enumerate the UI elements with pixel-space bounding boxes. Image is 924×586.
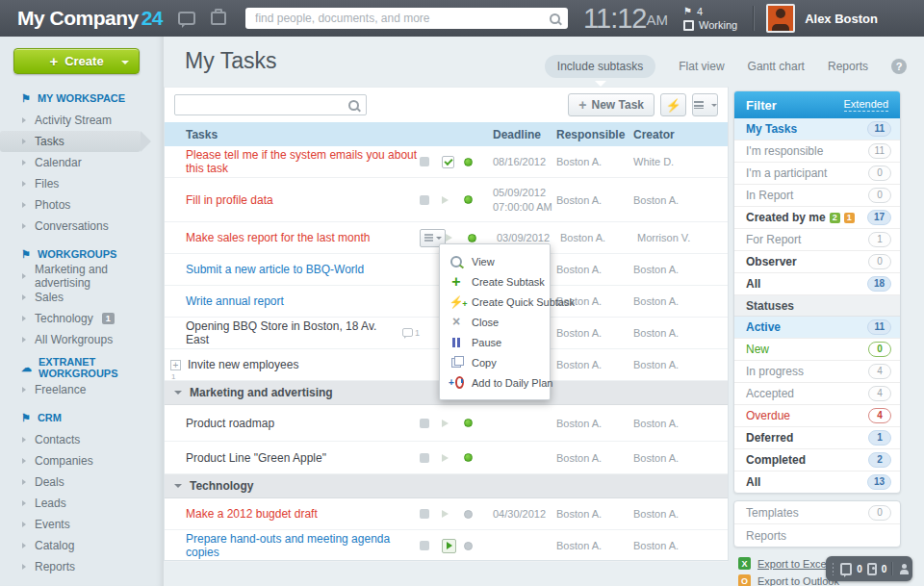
checkbox-icon[interactable] — [420, 509, 429, 519]
task-responsible[interactable]: Boston A. — [556, 540, 633, 551]
group-header-technology[interactable]: Technology — [165, 474, 728, 498]
status-row-completed[interactable]: Completed2 — [734, 449, 900, 471]
search-icon[interactable] — [348, 100, 359, 111]
task-responsible[interactable]: Boston A. — [556, 418, 633, 429]
sidebar-item-freelance[interactable]: Freelance — [0, 379, 164, 400]
task-title[interactable]: Submit a new article to BBQ-World — [165, 263, 420, 276]
sidebar-item-calendar[interactable]: Calendar — [0, 152, 164, 173]
sidebar-item-catalog[interactable]: Catalog — [0, 535, 164, 556]
status-row-new[interactable]: New0 — [734, 339, 900, 361]
filter-row-created-by-me[interactable]: Created by me21 17 — [734, 207, 900, 229]
task-responsible[interactable]: Boston A. — [556, 327, 633, 339]
task-creator[interactable]: Boston A. — [633, 295, 728, 307]
invite-user-icon[interactable] — [898, 564, 906, 574]
expand-subtasks-icon[interactable]: +1 — [170, 360, 181, 370]
menu-item-close[interactable]: ×Close — [440, 312, 550, 332]
sidebar-item-photos[interactable]: Photos — [0, 194, 164, 216]
task-responsible[interactable]: Boston A. — [556, 264, 633, 275]
sidebar-item-reports[interactable]: Reports — [0, 556, 164, 577]
menu-item-add-to-daily-plan[interactable]: +Add to Daily Plan — [440, 372, 550, 393]
menu-item-pause[interactable]: Pause — [440, 332, 550, 352]
status-row-all[interactable]: All13 — [734, 471, 900, 493]
sidebar-item-technology[interactable]: Technology1 — [0, 308, 164, 329]
task-responsible[interactable]: Boston A. — [556, 508, 633, 520]
filter-row-im-responsible[interactable]: I'm responsible11 — [734, 140, 900, 163]
filter-row-my-tasks[interactable]: My Tasks11 — [734, 118, 900, 140]
task-creator[interactable]: White D. — [633, 156, 728, 167]
start-task-icon[interactable] — [446, 234, 452, 242]
status-row-in-progress[interactable]: In progress4 — [734, 361, 900, 383]
checkbox-icon[interactable] — [420, 157, 429, 166]
quick-task-button[interactable]: ⚡ — [660, 93, 686, 116]
filter-row-im-a-participant[interactable]: I'm a participant0 — [734, 163, 900, 185]
filter-row-in-report[interactable]: In Report0 — [734, 185, 900, 207]
create-button[interactable]: + Create — [13, 48, 140, 74]
menu-item-view[interactable]: View — [440, 251, 550, 271]
task-creator[interactable]: Boston A. — [633, 327, 728, 339]
messenger-icon[interactable] — [178, 12, 195, 25]
task-title[interactable]: Prepare hand-outs and meeting agenda cop… — [165, 532, 420, 559]
filter-row-for-report[interactable]: For Report1 — [734, 229, 900, 251]
task-creator[interactable]: Boston A. — [633, 194, 728, 206]
task-title[interactable]: Product Line "Green Apple" — [165, 451, 420, 465]
notifications-icon[interactable] — [867, 563, 877, 575]
task-creator[interactable]: Boston A. — [633, 418, 728, 429]
view-include-subtasks[interactable]: Include subtasks — [545, 55, 655, 78]
presence-widget[interactable]: ⚑4 Working — [683, 6, 737, 31]
task-creator[interactable]: Boston A. — [633, 264, 728, 275]
task-responsible[interactable]: Boston A. — [556, 194, 633, 206]
task-title[interactable]: Opening BBQ Store in Boston, 18 Av. East… — [165, 319, 420, 346]
task-title[interactable]: Make sales report for the last month — [165, 231, 420, 244]
status-row-active[interactable]: Active11 — [734, 317, 900, 339]
status-row-deferred[interactable]: Deferred1 — [734, 427, 900, 449]
column-header-deadline[interactable]: Deadline — [493, 128, 556, 141]
new-task-button[interactable]: + New Task — [568, 93, 654, 116]
task-search-input[interactable] — [182, 97, 348, 113]
start-task-icon[interactable] — [442, 196, 449, 204]
task-creator[interactable]: Morrison V. — [637, 232, 728, 243]
column-header-responsible[interactable]: Responsible — [556, 128, 633, 141]
column-header-tasks[interactable]: Tasks — [165, 128, 420, 141]
view-flat-view[interactable]: Flat view — [679, 60, 724, 73]
status-row-overdue[interactable]: Overdue4 — [734, 405, 900, 427]
task-creator[interactable]: Boston A. — [633, 452, 728, 464]
start-task-icon[interactable] — [442, 420, 449, 427]
sidebar-item-sales[interactable]: Sales — [0, 287, 164, 308]
task-responsible[interactable]: Boston A. — [556, 452, 633, 464]
clock-widget[interactable]: 11:12 AM — [583, 2, 668, 35]
sidebar-item-leads[interactable]: Leads — [0, 493, 164, 514]
sort-options-button[interactable] — [692, 93, 718, 116]
sidebar-item-conversations[interactable]: Conversations — [0, 216, 164, 237]
view-reports[interactable]: Reports — [828, 60, 868, 73]
checkbox-icon[interactable] — [420, 419, 429, 428]
sidebar-item-companies[interactable]: Companies — [0, 450, 164, 471]
task-responsible[interactable]: Boston A. — [560, 232, 637, 243]
menu-item-create-subtask[interactable]: +Create Subtask — [440, 271, 550, 292]
drag-handle[interactable] — [833, 563, 834, 575]
employees-icon[interactable] — [211, 12, 226, 25]
sidebar-item-all-workgroups[interactable]: All Workgroups — [0, 329, 164, 350]
sidebar-item-files[interactable]: Files — [0, 173, 164, 194]
sidebar-item-activity-stream[interactable]: Activity Stream — [0, 110, 164, 131]
task-title[interactable]: Fill in profile data — [165, 193, 420, 207]
avatar[interactable] — [766, 4, 795, 33]
sidebar-item-deals[interactable]: Deals — [0, 471, 164, 493]
start-task-icon[interactable] — [442, 510, 449, 518]
task-responsible[interactable]: Boston A. — [556, 156, 633, 167]
filter-extended-link[interactable]: Extended — [844, 98, 888, 112]
app-logo[interactable]: My Company24 — [17, 7, 163, 30]
task-creator[interactable]: Boston A. — [633, 359, 728, 370]
column-header-creator[interactable]: Creator — [633, 128, 728, 141]
status-row-accepted[interactable]: Accepted4 — [734, 383, 900, 405]
sidebar-item-tasks[interactable]: Tasks — [0, 131, 141, 152]
sidebar-item-marketing[interactable]: Marketing and advertising — [0, 266, 164, 287]
chat-icon[interactable] — [840, 563, 852, 575]
reports-row[interactable]: Reports — [734, 524, 900, 547]
sidebar-item-events[interactable]: Events — [0, 514, 164, 535]
checkbox-icon[interactable] — [420, 195, 429, 205]
user-name[interactable]: Alex Boston — [805, 12, 878, 26]
start-task-icon[interactable] — [442, 539, 456, 553]
checkbox-icon[interactable] — [420, 541, 429, 550]
comments-icon[interactable]: 1 — [402, 328, 420, 338]
help-icon[interactable]: ? — [891, 59, 907, 74]
